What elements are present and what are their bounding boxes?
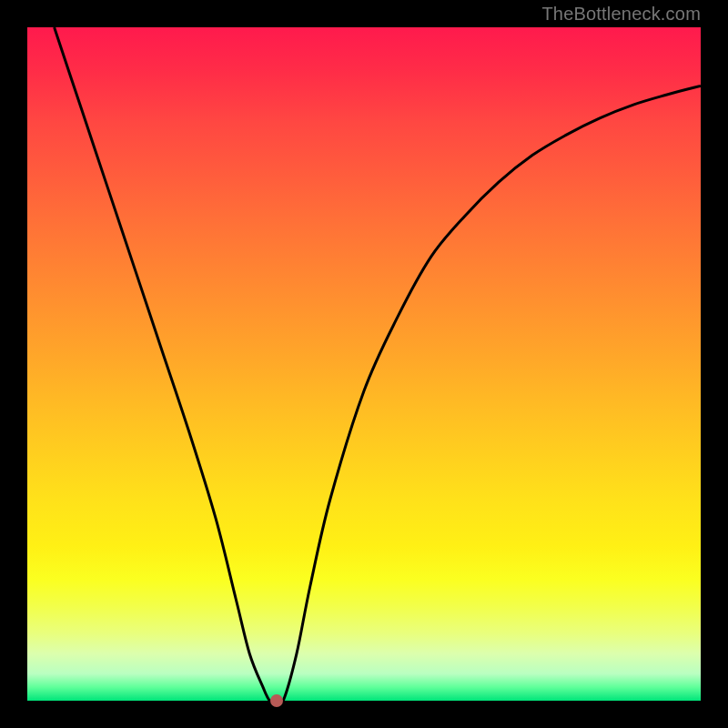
watermark-text: TheBottleneck.com	[541, 4, 701, 25]
curve-svg	[27, 27, 701, 701]
optimum-marker	[270, 694, 283, 707]
bottleneck-curve	[55, 27, 701, 701]
chart-frame: TheBottleneck.com	[0, 0, 728, 728]
plot-area	[27, 27, 701, 701]
